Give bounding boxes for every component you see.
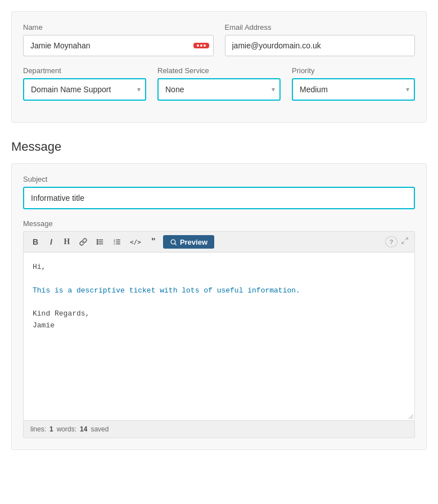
resize-handle[interactable] [407, 412, 414, 420]
heading-button[interactable]: H [61, 235, 73, 249]
name-input-wrapper [23, 35, 214, 56]
editor-toolbar: B I H [23, 231, 415, 252]
svg-line-15 [402, 241, 404, 244]
ordered-list-icon: 1. 2. 3. [113, 238, 121, 246]
department-select[interactable]: Domain Name Support Technical Support Bi… [23, 78, 146, 101]
editor-line-2 [33, 273, 405, 285]
lines-label: lines: [30, 425, 46, 433]
expand-button[interactable] [401, 237, 409, 247]
department-group: Department Domain Name Support Technical… [23, 66, 146, 101]
resize-icon [408, 413, 413, 419]
contact-form-card: Name Email Address Department Domai [11, 11, 427, 123]
quote-button[interactable]: " [147, 235, 160, 249]
svg-point-3 [97, 240, 98, 241]
editor-line-5: Kind Regards, [33, 308, 405, 320]
highlight-text: This is a descriptive ticket with lots o… [33, 286, 300, 295]
form-row-name-email: Name Email Address [23, 23, 415, 56]
help-button[interactable]: ? [385, 236, 398, 248]
email-group: Email Address [225, 23, 416, 56]
unordered-list-button[interactable] [93, 235, 107, 249]
form-row-dept-service-priority: Department Domain Name Support Technical… [23, 66, 415, 101]
priority-label: Priority [292, 66, 415, 75]
name-input[interactable] [23, 35, 214, 56]
priority-group: Priority Low Medium High Critical ▾ [292, 66, 415, 101]
related-service-select[interactable]: None Service 1 Service 2 [157, 78, 281, 101]
name-label: Name [23, 23, 214, 32]
editor-line-6: Jamie [33, 320, 405, 332]
editor-line-1: Hi, [33, 262, 405, 273]
department-select-wrapper: Domain Name Support Technical Support Bi… [23, 78, 146, 101]
svg-point-4 [97, 241, 98, 242]
editor-area[interactable]: Hi, This is a descriptive ticket with lo… [23, 252, 415, 421]
subject-label: Subject [23, 175, 415, 183]
svg-line-13 [175, 243, 176, 244]
ordered-list-button[interactable]: 1. 2. 3. [110, 235, 124, 249]
unordered-list-icon [96, 238, 104, 246]
subject-input[interactable] [23, 187, 415, 209]
preview-search-icon [170, 238, 177, 246]
italic-button[interactable]: I [45, 235, 57, 249]
svg-line-16 [409, 415, 413, 419]
editor-line-3: This is a descriptive ticket with lots o… [33, 285, 405, 297]
words-value: 14 [80, 425, 87, 433]
message-label: Message [23, 219, 415, 228]
editor-line-4 [33, 296, 405, 308]
svg-text:3.: 3. [114, 243, 115, 245]
related-service-group: Related Service None Service 1 Service 2… [157, 66, 281, 101]
name-group: Name [23, 23, 214, 56]
lines-value: 1 [49, 425, 53, 433]
code-button[interactable]: </> [127, 235, 144, 249]
editor-content: Hi, This is a descriptive ticket with lo… [33, 262, 405, 332]
svg-point-5 [97, 244, 98, 245]
status-bar: lines: 1 words: 14 saved [23, 421, 415, 438]
words-label: words: [57, 425, 76, 433]
priority-select-wrapper: Low Medium High Critical ▾ [292, 78, 415, 101]
svg-line-17 [411, 417, 413, 419]
preview-label: Preview [180, 238, 207, 246]
message-section-title: Message [11, 140, 427, 154]
link-icon [79, 238, 87, 246]
svg-line-14 [405, 238, 408, 240]
email-input[interactable] [225, 35, 416, 56]
department-label: Department [23, 66, 146, 75]
link-button[interactable] [76, 235, 90, 249]
name-badge-icon [193, 43, 209, 48]
email-label: Email Address [225, 23, 416, 32]
related-service-select-wrapper: None Service 1 Service 2 ▾ [157, 78, 281, 101]
priority-select[interactable]: Low Medium High Critical [292, 78, 415, 101]
saved-label: saved [91, 425, 109, 433]
preview-button[interactable]: Preview [163, 235, 214, 249]
message-card: Subject Message B I H [11, 163, 427, 450]
bold-button[interactable]: B [29, 235, 42, 249]
expand-icon [401, 237, 409, 245]
related-service-label: Related Service [157, 66, 281, 75]
